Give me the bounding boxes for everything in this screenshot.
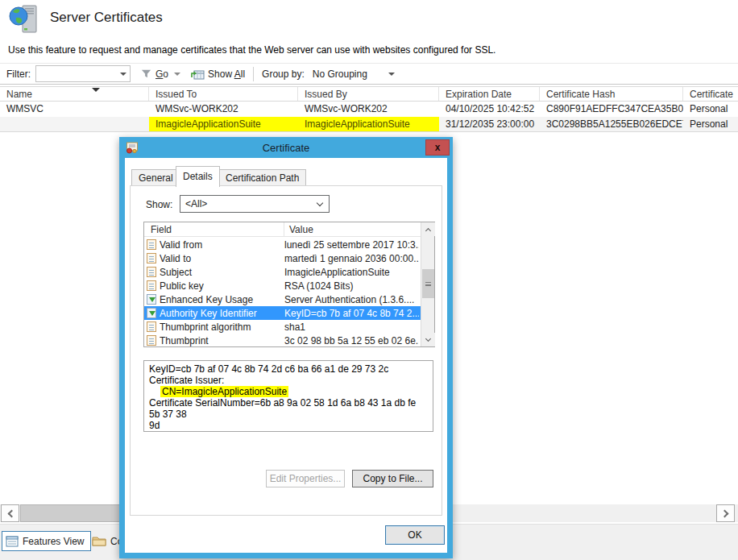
- cell-issued-by: WMSvc-WORK202: [298, 102, 439, 117]
- scroll-left-button[interactable]: [1, 504, 19, 522]
- show-combobox[interactable]: <All>: [180, 195, 330, 213]
- chevron-right-icon: [720, 509, 728, 517]
- field-detail-textbox[interactable]: KeyID=cb 7b af 07 4c 8b 74 2d c6 ba 66 a…: [143, 360, 433, 432]
- scroll-right-button[interactable]: [716, 504, 735, 522]
- field-row-thumbprint[interactable]: Thumbprint 3c 02 98 bb 5a 12 55 eb 02 6e…: [144, 334, 421, 347]
- field-icon: [147, 267, 156, 277]
- group-by-dropdown-icon[interactable]: [388, 73, 395, 76]
- scroll-up-button[interactable]: [421, 222, 435, 236]
- field-row-public-key[interactable]: Public key RSA (1024 Bits): [144, 279, 421, 292]
- cell-issued-to: WMSvc-WORK202: [149, 102, 298, 117]
- cell-expiration: 31/12/2035 23:00:00: [439, 117, 540, 131]
- page-title: Server Certificates: [50, 10, 163, 26]
- field-column-header[interactable]: Field: [144, 222, 284, 236]
- go-filter-icon[interactable]: [140, 68, 152, 80]
- dialog-body: General Details Certification Path Show:…: [125, 158, 447, 553]
- cell-name: WMSVC: [0, 102, 149, 117]
- filter-toolbar: Filter: Go Show All Group by: No Groupin…: [0, 63, 738, 85]
- cell-issued-by-highlighted: ImagicleApplicationSuite: [298, 117, 439, 131]
- dialog-titlebar[interactable]: Certificate x: [119, 137, 453, 158]
- cell-name: [0, 117, 149, 131]
- content-view-folder-icon: [92, 535, 106, 547]
- field-row-valid-to[interactable]: Valid to martedì 1 gennaio 2036 00:00...: [144, 251, 421, 265]
- show-label: Show:: [146, 199, 172, 210]
- group-by-label: Group by:: [262, 68, 305, 80]
- fields-vertical-scrollbar[interactable]: [421, 222, 434, 346]
- field-row-subject[interactable]: Subject ImagicleApplicationSuite: [144, 265, 421, 279]
- scroll-down-button[interactable]: [421, 333, 435, 346]
- iis-server-certificates-screen: Server Certificates Use this feature to …: [0, 0, 738, 560]
- chevron-down-icon: [317, 200, 323, 206]
- tab-details[interactable]: Details: [176, 166, 220, 187]
- ok-button[interactable]: OK: [385, 525, 445, 545]
- scrollbar-thumb[interactable]: [422, 269, 434, 298]
- field-row-enhanced-key-usage[interactable]: Enhanced Key Usage Server Authentication…: [144, 292, 421, 306]
- copy-to-file-button[interactable]: Copy to File...: [352, 470, 433, 487]
- column-header-issued-to[interactable]: Issued To: [149, 87, 298, 101]
- show-all-icon[interactable]: [190, 68, 205, 81]
- value-column-header[interactable]: Value: [284, 222, 313, 236]
- fields-list-header: Field Value: [144, 222, 421, 237]
- cell-store: Personal: [683, 102, 738, 117]
- go-dropdown-icon[interactable]: [174, 73, 180, 76]
- cell-expiration: 04/10/2025 10:42:52: [439, 102, 540, 117]
- detail-serial-wrap-line: 9d: [149, 420, 428, 431]
- features-view-tab[interactable]: Features View: [2, 531, 91, 551]
- go-button[interactable]: Go: [155, 68, 168, 80]
- detail-issuer-cn-line: CN=ImagicleApplicationSuite: [149, 386, 428, 397]
- chevron-left-icon: [7, 509, 15, 517]
- cell-store: Personal: [683, 117, 738, 131]
- sort-indicator-icon: [92, 88, 100, 92]
- table-row-wmsvc[interactable]: WMSVC WMSvc-WORK202 WMSvc-WORK202 04/10/…: [0, 102, 738, 117]
- filter-label: Filter:: [6, 68, 31, 80]
- certificates-table-header: Name Issued To Issued By Expiration Date…: [0, 86, 738, 102]
- edit-properties-button: Edit Properties...: [266, 470, 345, 487]
- cell-issued-to-highlighted: ImagicleApplicationSuite: [149, 117, 298, 131]
- tab-general[interactable]: General: [131, 169, 180, 186]
- filter-dropdown-icon[interactable]: [120, 73, 126, 76]
- features-view-icon: [6, 535, 19, 548]
- field-row-valid-from[interactable]: Valid from lunedì 25 settembre 2017 10:3…: [144, 238, 421, 251]
- field-icon: [147, 280, 156, 291]
- features-view-label: Features View: [23, 536, 84, 547]
- toolbar-separator: [253, 67, 254, 81]
- filter-input[interactable]: [36, 66, 130, 81]
- field-row-thumbprint-algorithm[interactable]: Thumbprint algorithm sha1: [144, 320, 421, 334]
- detail-issuer-label: Certificate Issuer:: [149, 375, 428, 386]
- close-button[interactable]: x: [425, 139, 450, 156]
- cell-hash: 3C0298BB5A1255EB026EDCE7...: [540, 117, 683, 131]
- certificate-fields-list: Field Value Valid from lunedì 25 settemb…: [143, 222, 435, 347]
- extension-icon: [147, 294, 156, 305]
- show-all-button[interactable]: Show All: [208, 68, 245, 80]
- field-icon: [147, 335, 156, 346]
- extension-icon: [147, 308, 156, 318]
- detail-keyid-line: KeyID=cb 7b af 07 4c 8b 74 2d c6 ba 66 a…: [149, 363, 428, 375]
- table-row-imagicle[interactable]: ImagicleApplicationSuite ImagicleApplica…: [0, 117, 738, 132]
- column-header-name[interactable]: Name: [0, 87, 149, 101]
- highlighted-cn-text: CN=ImagicleApplicationSuite: [160, 386, 288, 397]
- certificate-dialog: Certificate x General Details Certificat…: [119, 137, 453, 558]
- column-header-certificate-store[interactable]: Certificate: [683, 87, 738, 101]
- group-by-combobox[interactable]: No Grouping: [313, 68, 367, 80]
- detail-serial-line: Certificate SerialNumber=6b a8 9a 02 58 …: [149, 397, 428, 420]
- column-header-expiration-date[interactable]: Expiration Date: [439, 87, 540, 101]
- cell-hash: C890F91AEDFFC347CEA35B0E...: [540, 102, 683, 117]
- chevron-up-icon: [425, 227, 431, 233]
- field-icon: [147, 239, 156, 250]
- field-icon: [147, 253, 156, 263]
- tab-certification-path[interactable]: Certification Path: [218, 169, 306, 186]
- column-header-certificate-hash[interactable]: Certificate Hash: [540, 87, 683, 101]
- page-description: Use this feature to request and manage c…: [8, 44, 495, 56]
- server-certificates-icon: [8, 3, 42, 37]
- dialog-title: Certificate: [119, 142, 453, 154]
- show-combobox-value: <All>: [185, 198, 207, 209]
- filter-combobox[interactable]: [35, 65, 131, 82]
- thumb-grip-icon: [425, 282, 431, 286]
- field-row-authority-key-identifier[interactable]: Authority Key Identifier KeyID=cb 7b af …: [144, 306, 421, 320]
- column-header-issued-by[interactable]: Issued By: [298, 87, 439, 101]
- chevron-down-icon: [425, 335, 431, 341]
- field-icon: [147, 321, 156, 332]
